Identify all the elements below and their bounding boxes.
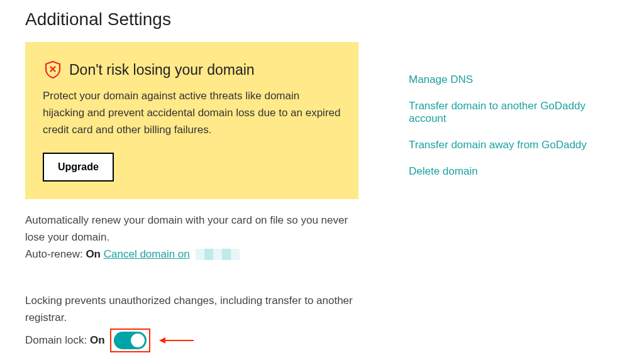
toggle-knob — [131, 334, 145, 347]
cancel-domain-link[interactable]: Cancel domain on — [104, 248, 190, 260]
transfer-to-account-link[interactable]: Transfer domain to another GoDaddy accou… — [409, 100, 619, 125]
right-column: Manage DNS Transfer domain to another Go… — [409, 42, 619, 352]
auto-renew-description: Automatically renew your domain with you… — [25, 212, 358, 246]
redacted-date — [196, 249, 240, 260]
domain-lock-value: On — [90, 334, 105, 346]
transfer-away-link[interactable]: Transfer domain away from GoDaddy — [409, 139, 619, 151]
warning-header: Don't risk losing your domain — [43, 60, 341, 80]
domain-lock-label-wrap: Domain lock: On — [25, 334, 105, 347]
annotation-arrow-icon — [159, 336, 194, 345]
shield-x-icon — [43, 60, 63, 80]
warning-description: Protect your domain against active threa… — [43, 87, 341, 139]
action-links-list: Manage DNS Transfer domain to another Go… — [409, 73, 619, 178]
warning-title: Don't risk losing your domain — [69, 62, 255, 79]
auto-renew-value: On — [86, 248, 101, 260]
upgrade-warning-box: Don't risk losing your domain Protect yo… — [25, 42, 358, 199]
left-column: Don't risk losing your domain Protect yo… — [25, 42, 358, 352]
svg-marker-1 — [159, 337, 165, 344]
auto-renew-line: Auto-renew: On Cancel domain on — [25, 248, 358, 261]
manage-dns-link[interactable]: Manage DNS — [409, 73, 619, 86]
auto-renew-section: Automatically renew your domain with you… — [25, 212, 358, 261]
delete-domain-link[interactable]: Delete domain — [409, 165, 619, 178]
domain-lock-section: Locking prevents unauthorized changes, i… — [25, 292, 358, 352]
auto-renew-label: Auto-renew: — [25, 248, 86, 260]
upgrade-button[interactable]: Upgrade — [43, 153, 114, 182]
domain-lock-toggle-highlight — [110, 329, 150, 352]
page-title: Additional Settings — [25, 9, 619, 30]
domain-lock-description: Locking prevents unauthorized changes, i… — [25, 292, 358, 326]
domain-lock-label: Domain lock: — [25, 334, 90, 346]
domain-lock-toggle[interactable] — [114, 332, 147, 349]
